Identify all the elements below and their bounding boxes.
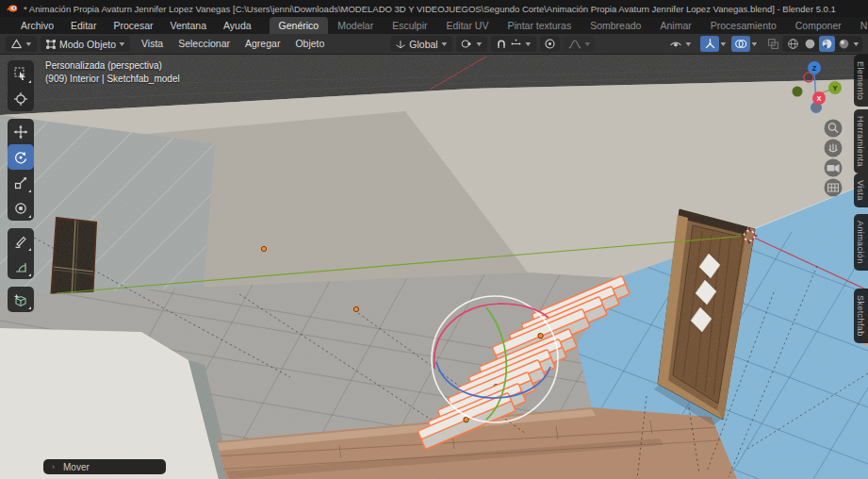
proportional-edit-icon — [544, 38, 556, 50]
menu-editar[interactable]: Editar — [62, 17, 105, 34]
mode-dropdown[interactable]: Modo Objeto ▼ — [41, 36, 130, 52]
nav-gizmo-y-label: Y — [832, 84, 837, 92]
tool-shelf — [8, 60, 34, 312]
proportional-edit-toggle[interactable] — [540, 36, 560, 52]
nav-gizmo-z-label: Z — [812, 64, 817, 73]
editor-type-icon — [10, 38, 23, 50]
menu-seleccionar[interactable]: Seleccionar — [171, 34, 237, 54]
rotate-tool-icon — [13, 150, 28, 165]
tool-transform[interactable] — [8, 195, 34, 221]
viewport-header: ▼ Modo Objeto ▼ Vista Seleccionar Agrega… — [0, 34, 868, 55]
tool-rotate[interactable] — [8, 144, 34, 170]
xray-toggle-icon — [767, 38, 779, 50]
workspace-tabs: Genérico Modelar Esculpir Editar UV Pint… — [270, 17, 868, 34]
tab-sombreado[interactable]: Sombreado — [581, 17, 650, 34]
view-name-label: Personalizada (perspectiva) — [45, 59, 180, 73]
overlays-toggle-icon — [734, 38, 747, 50]
mode-icon — [45, 39, 57, 50]
operator-panel-collapsed[interactable]: › Mover — [43, 459, 166, 474]
menu-procesar[interactable]: Procesar — [105, 17, 161, 34]
menu-vista[interactable]: Vista — [134, 34, 171, 54]
snap-group[interactable]: ▼ — [491, 36, 536, 52]
scale-tool-icon — [13, 175, 28, 190]
shading-rendered-icon — [838, 38, 850, 50]
viewport-info-overlay: Personalizada (perspectiva) (909) Interi… — [45, 59, 180, 85]
add-cube-icon — [13, 292, 28, 307]
sidebar-tab-herramienta[interactable]: Herramienta — [854, 109, 868, 173]
top-menu-bar: Archivo Editar Procesar Ventana Ayuda Ge… — [0, 17, 868, 34]
tool-move[interactable] — [8, 119, 34, 144]
sidebar-tab-elemento[interactable]: Elemento — [854, 55, 868, 107]
visibility-icon — [669, 39, 682, 50]
tab-componer[interactable]: Componer — [786, 17, 851, 34]
orientation-axes-icon — [395, 39, 406, 50]
blender-logo-icon — [7, 3, 18, 14]
tool-measure[interactable] — [8, 254, 34, 279]
tab-pintar-texturas[interactable]: Pintar texturas — [498, 17, 581, 34]
pivot-point-dropdown[interactable]: ▼ — [456, 36, 487, 52]
sidebar-tab-animacion[interactable]: Animación — [854, 214, 868, 271]
active-object-label: (909) Interior | Sketchfab_model — [45, 73, 180, 86]
title-bar: * Animación Propia Avaturn Jennifer Lope… — [0, 0, 868, 17]
pivot-point-icon — [461, 38, 473, 50]
perspective-toggle-button[interactable] — [825, 179, 843, 197]
falloff-dropdown[interactable]: ▼ — [564, 36, 596, 52]
orientation-dropdown[interactable]: Global ▼ — [390, 36, 451, 52]
shading-wireframe[interactable] — [785, 36, 801, 52]
gizmo-toggle[interactable] — [700, 36, 719, 52]
shading-solid[interactable] — [802, 36, 818, 52]
menu-objeto[interactable]: Objeto — [287, 34, 332, 54]
camera-view-button[interactable] — [825, 159, 843, 177]
zoom-button[interactable] — [825, 120, 843, 138]
operator-label: Mover — [63, 462, 90, 472]
shading-wireframe-icon — [787, 38, 799, 50]
sidebar-tab-sketchfab[interactable]: Sketchfab — [854, 289, 868, 343]
tool-select-box[interactable] — [8, 60, 34, 86]
overlays-toggle[interactable] — [731, 36, 750, 52]
shading-rendered[interactable] — [836, 36, 852, 52]
tool-annotate[interactable] — [8, 228, 34, 254]
tab-esculpir[interactable]: Esculpir — [383, 17, 436, 34]
menu-agregar[interactable]: Agregar — [237, 34, 287, 54]
tab-modelar[interactable]: Modelar — [328, 17, 383, 34]
menu-ventana[interactable]: Ventana — [161, 17, 215, 34]
falloff-curve-icon — [568, 39, 581, 50]
shading-material-icon — [821, 38, 833, 50]
tool-cursor[interactable] — [8, 86, 34, 111]
snap-magnet-icon — [496, 39, 507, 50]
gizmo-toggle-icon — [704, 38, 716, 50]
nav-gizmo-x-label: X — [816, 94, 821, 103]
xray-toggle[interactable] — [763, 36, 782, 52]
menu-archivo[interactable]: Archivo — [12, 17, 62, 34]
shading-mode-group: ▼ — [782, 36, 862, 52]
snap-target-icon — [510, 39, 522, 49]
select-box-icon — [13, 66, 28, 81]
orientation-label: Global — [409, 39, 437, 50]
sidebar-tab-vista[interactable]: Vista — [854, 173, 868, 207]
menu-ayuda[interactable]: Ayuda — [215, 17, 260, 34]
measure-icon — [13, 259, 28, 274]
visibility-dropdown[interactable]: ▼ — [664, 36, 696, 52]
tool-add-primitive[interactable] — [8, 287, 34, 312]
tab-nodos-geometria[interactable]: Nodos de geometría — [851, 17, 868, 34]
shading-solid-icon — [804, 38, 816, 50]
tab-generico[interactable]: Genérico — [270, 17, 329, 34]
mode-label: Modo Objeto — [59, 39, 116, 50]
shading-material[interactable] — [819, 36, 835, 52]
window-title: * Animación Propia Avaturn Jennifer Lope… — [24, 4, 836, 14]
tab-procesamiento[interactable]: Procesamiento — [701, 17, 786, 34]
editor-type-button[interactable]: ▼ — [6, 36, 37, 52]
tool-scale[interactable] — [8, 170, 34, 195]
annotate-pen-icon — [13, 234, 28, 249]
nav-gizmo-y-neg[interactable] — [793, 87, 803, 97]
cursor-tool-icon — [13, 91, 28, 107]
transform-tool-icon — [13, 201, 28, 216]
tab-editar-uv[interactable]: Editar UV — [437, 17, 499, 34]
expand-chevron-icon: › — [52, 462, 55, 471]
move-tool-icon — [13, 124, 28, 140]
pan-button[interactable] — [825, 140, 843, 157]
tab-animar[interactable]: Animar — [650, 17, 700, 34]
